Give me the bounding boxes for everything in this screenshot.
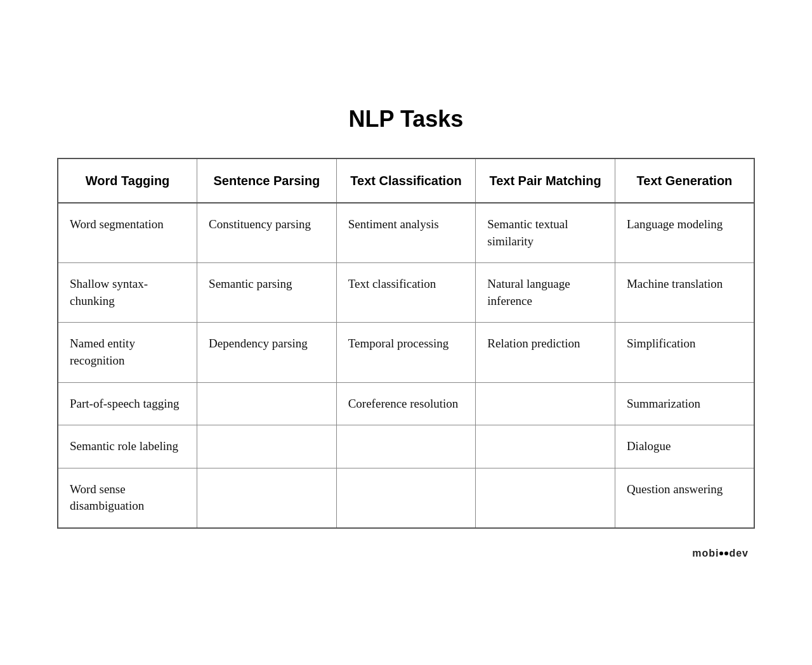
col-header-text-classification: Text Classification [336, 158, 476, 203]
footer: mobidev [57, 548, 755, 559]
table-cell-r3-c3 [476, 382, 615, 425]
table-cell-r2-c1: Dependency parsing [197, 323, 337, 382]
col-header-text-pair-matching: Text Pair Matching [476, 158, 615, 203]
table-cell-r0-c4: Language modeling [615, 203, 754, 263]
nlp-tasks-table: Word TaggingSentence ParsingText Classif… [57, 158, 755, 529]
table-cell-r5-c3 [476, 468, 615, 528]
table-cell-r1-c1: Semantic parsing [197, 263, 337, 323]
table-cell-r4-c4: Dialogue [615, 425, 754, 468]
page-title: NLP Tasks [57, 106, 755, 132]
table-cell-r3-c2: Coreference resolution [336, 382, 476, 425]
table-row: Named entity recognitionDependency parsi… [58, 323, 754, 382]
table-row: Shallow syntax-chunkingSemantic parsingT… [58, 263, 754, 323]
table-cell-r2-c2: Temporal processing [336, 323, 476, 382]
table-cell-r5-c1 [197, 468, 337, 528]
table-header-row: Word TaggingSentence ParsingText Classif… [58, 158, 754, 203]
table-row: Part-of-speech taggingCoreference resolu… [58, 382, 754, 425]
table-cell-r2-c0: Named entity recognition [58, 323, 197, 382]
table-cell-r3-c0: Part-of-speech tagging [58, 382, 197, 425]
page-container: NLP Tasks Word TaggingSentence ParsingTe… [57, 106, 755, 529]
table-cell-r2-c3: Relation prediction [476, 323, 615, 382]
table-cell-r5-c0: Word sense disambiguation [58, 468, 197, 528]
brand-logo: mobidev [692, 548, 749, 559]
table-cell-r4-c3 [476, 425, 615, 468]
col-header-sentence-parsing: Sentence Parsing [197, 158, 337, 203]
table-cell-r5-c2 [336, 468, 476, 528]
table-cell-r3-c1 [197, 382, 337, 425]
table-cell-r4-c0: Semantic role labeling [58, 425, 197, 468]
table-cell-r1-c2: Text classification [336, 263, 476, 323]
table-row: Word sense disambiguationQuestion answer… [58, 468, 754, 528]
table-row: Word segmentationConstituency parsingSen… [58, 203, 754, 263]
table-cell-r0-c0: Word segmentation [58, 203, 197, 263]
table-cell-r1-c3: Natural language inference [476, 263, 615, 323]
table-cell-r5-c4: Question answering [615, 468, 754, 528]
table-cell-r4-c1 [197, 425, 337, 468]
table-cell-r0-c1: Constituency parsing [197, 203, 337, 263]
table-cell-r3-c4: Summarization [615, 382, 754, 425]
table-cell-r0-c2: Sentiment analysis [336, 203, 476, 263]
table-row: Semantic role labelingDialogue [58, 425, 754, 468]
table-cell-r0-c3: Semantic textual similarity [476, 203, 615, 263]
col-header-word-tagging: Word Tagging [58, 158, 197, 203]
col-header-text-generation: Text Generation [615, 158, 754, 203]
table-cell-r4-c2 [336, 425, 476, 468]
table-cell-r1-c0: Shallow syntax-chunking [58, 263, 197, 323]
table-cell-r2-c4: Simplification [615, 323, 754, 382]
table-cell-r1-c4: Machine translation [615, 263, 754, 323]
